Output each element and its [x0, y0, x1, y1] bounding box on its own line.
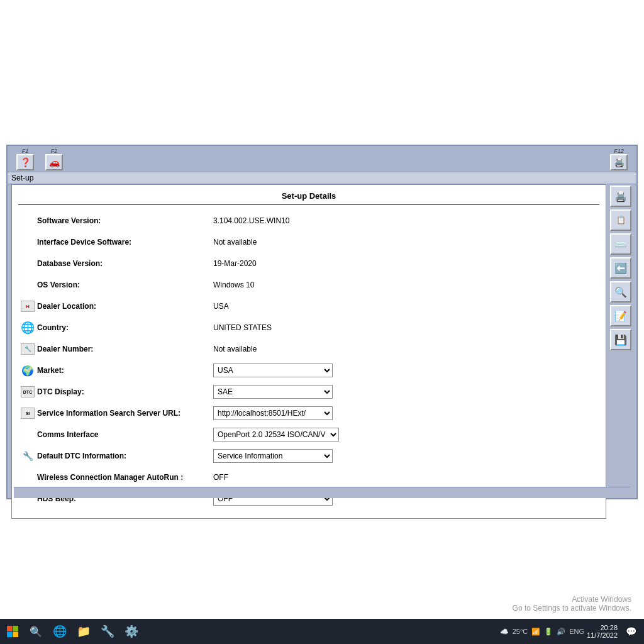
- taskbar-sys-area: ☁️ 25°C 📶 🔋 🔊 ENG: [500, 628, 584, 636]
- label-default-dtc: Default DTC Information:: [37, 452, 213, 460]
- sidebar-btn-file[interactable]: 📋: [610, 209, 631, 231]
- f1-icon[interactable]: ❓: [16, 154, 34, 170]
- row-interface-device: Interface Device Software: Not available: [18, 234, 599, 250]
- row-si-url: SI Service Information Search Server URL…: [18, 405, 599, 421]
- main-panel: Set-up Details Software Version: 3.104.0…: [11, 184, 606, 519]
- f2-label: F2: [51, 148, 58, 154]
- app-window: F1 ❓ F2 🚗 F12 🖨️ Set-up Set-up Details S…: [6, 145, 638, 499]
- icon-dealer-number: 🔧: [18, 343, 37, 355]
- taskbar-app2-icon[interactable]: ⚙️: [121, 621, 142, 642]
- icon-dealer-location: H: [18, 301, 37, 312]
- row-comms-interface: Comms Interface OpenPort 2.0 J2534 ISO/C…: [18, 426, 599, 443]
- label-interface-device: Interface Device Software:: [37, 238, 213, 247]
- label-country: Country:: [37, 323, 213, 332]
- label-os-version: OS Version:: [37, 280, 213, 289]
- dtc-display-dropdown[interactable]: SAE: [213, 385, 333, 399]
- taskbar-time: 20:28: [587, 624, 618, 631]
- row-dtc-display: DTC DTC Display: SAE: [18, 384, 599, 400]
- sidebar-btn-save[interactable]: 💾: [610, 329, 631, 350]
- dtc-icon: DTC: [21, 386, 35, 397]
- svg-rect-1: [13, 626, 19, 631]
- svg-rect-3: [13, 632, 19, 638]
- taskbar-notifications[interactable]: 💬: [620, 621, 641, 642]
- value-default-dtc: Service Information: [213, 449, 599, 463]
- content-wrapper: Set-up Details Software Version: 3.104.0…: [8, 184, 636, 523]
- label-database-version: Database Version:: [37, 259, 213, 268]
- menubar: Set-up: [8, 172, 636, 184]
- taskbar: 🔍 🌐 📁 🔧 ⚙️ ☁️ 25°C 📶 🔋 🔊 ENG 20:28 11/7/…: [0, 619, 644, 644]
- value-dealer-location: USA: [213, 302, 599, 311]
- default-dtc-dropdown[interactable]: Service Information: [213, 449, 333, 463]
- row-wireless: Wireless Connection Manager AutoRun : OF…: [18, 469, 599, 486]
- value-dtc-display: SAE: [213, 385, 599, 399]
- globe-icon: 🌐: [21, 321, 35, 335]
- taskbar-app1-icon[interactable]: 🔧: [97, 621, 118, 642]
- row-database-version: Database Version: 19-Mar-2020: [18, 255, 599, 272]
- svg-rect-2: [7, 632, 13, 638]
- wrench-icon: 🔧: [23, 451, 33, 461]
- si-url-dropdown[interactable]: http://localhost:8501/HExt/: [213, 406, 333, 420]
- si-icon: SI: [21, 408, 35, 419]
- label-dtc-display: DTC Display:: [37, 387, 213, 396]
- row-market: 🌍 Market: USA: [18, 362, 599, 379]
- sidebar-btn-keyboard[interactable]: ⌨️: [610, 233, 631, 255]
- market-dropdown[interactable]: USA: [213, 364, 333, 377]
- label-wireless: Wireless Connection Manager AutoRun :: [37, 473, 213, 482]
- sidebar-btn-print[interactable]: 🖨️: [610, 186, 631, 207]
- sidebar-btn-back[interactable]: ⬅️: [610, 257, 631, 279]
- panel-title: Set-up Details: [18, 191, 599, 205]
- globe2-icon: 🌍: [21, 365, 34, 377]
- f1-label: F1: [22, 148, 29, 154]
- icon-country: 🌐: [18, 321, 37, 335]
- activate-line2: Go to Settings to activate Windows.: [513, 604, 631, 613]
- taskbar-network: 📶: [531, 628, 540, 636]
- activate-windows-watermark: Activate Windows Go to Settings to activ…: [513, 595, 631, 613]
- row-default-dtc: 🔧 Default DTC Information: Service Infor…: [18, 448, 599, 464]
- row-country: 🌐 Country: UNITED STATES: [18, 319, 599, 336]
- search-taskbar-button[interactable]: 🔍: [25, 621, 47, 642]
- start-button[interactable]: [3, 621, 23, 641]
- value-comms-interface: OpenPort 2.0 J2534 ISO/CAN/V: [213, 428, 599, 441]
- f2-icon[interactable]: 🚗: [45, 154, 63, 170]
- label-comms-interface: Comms Interface: [37, 430, 213, 439]
- taskbar-clock: 20:28 11/7/2022: [587, 624, 618, 639]
- value-market: USA: [213, 364, 599, 377]
- icon-market: 🌍: [18, 365, 37, 377]
- sidebar-btn-edit[interactable]: 📝: [610, 305, 631, 326]
- top-white-area: [0, 0, 644, 145]
- row-dealer-number: 🔧 Dealer Number: Not available: [18, 341, 599, 357]
- value-database-version: 19-Mar-2020: [213, 259, 599, 268]
- row-os-version: OS Version: Windows 10: [18, 277, 599, 293]
- value-interface-device: Not available: [213, 238, 599, 247]
- icon-dtc-display: DTC: [18, 386, 37, 397]
- value-si-url: http://localhost:8501/HExt/: [213, 406, 599, 420]
- taskbar-weather: ☁️: [500, 628, 509, 636]
- f12-label: F12: [614, 148, 624, 154]
- taskbar-explorer-icon[interactable]: 📁: [73, 621, 94, 642]
- label-si-url: Service Information Search Server URL:: [37, 409, 213, 418]
- toolbar: F1 ❓ F2 🚗 F12 🖨️: [8, 146, 636, 172]
- right-sidebar: 🖨️ 📋 ⌨️ ⬅️ 🔍 📝 💾: [609, 184, 633, 519]
- taskbar-date: 11/7/2022: [587, 631, 618, 639]
- value-wireless: OFF: [213, 473, 599, 482]
- taskbar-volume: 🔊: [557, 628, 565, 636]
- svg-rect-0: [7, 626, 13, 631]
- menubar-setup-label[interactable]: Set-up: [11, 174, 33, 182]
- value-os-version: Windows 10: [213, 280, 599, 289]
- row-software-version: Software Version: 3.104.002.USE.WIN10: [18, 213, 599, 229]
- label-dealer-location: Dealer Location:: [37, 302, 213, 311]
- f1-button[interactable]: F1 ❓: [11, 147, 39, 172]
- label-dealer-number: Dealer Number:: [37, 345, 213, 353]
- value-dealer-number: Not available: [213, 345, 599, 353]
- taskbar-edge-icon[interactable]: 🌐: [49, 621, 70, 642]
- f12-icon[interactable]: 🖨️: [610, 154, 628, 170]
- sidebar-btn-search[interactable]: 🔍: [610, 281, 631, 303]
- f12-button[interactable]: F12 🖨️: [605, 147, 633, 172]
- honda-icon: H: [21, 301, 35, 312]
- comms-interface-dropdown[interactable]: OpenPort 2.0 J2534 ISO/CAN/V: [213, 428, 339, 441]
- taskbar-lang: ENG: [569, 628, 584, 635]
- label-market: Market:: [37, 366, 213, 375]
- f2-button[interactable]: F2 🚗: [40, 147, 68, 172]
- taskbar-temp: 25°C: [513, 628, 528, 635]
- taskbar-battery: 🔋: [544, 628, 553, 636]
